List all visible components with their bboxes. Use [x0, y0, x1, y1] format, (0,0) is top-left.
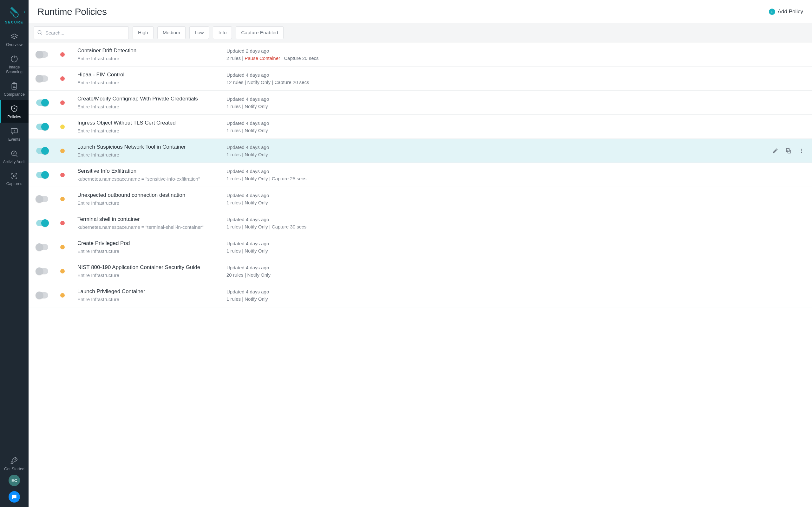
sidebar-item-events[interactable]: Events — [0, 123, 29, 145]
policy-list[interactable]: Container Drift DetectionEntire Infrastr… — [29, 43, 812, 507]
sidebar-item-policies[interactable]: Policies — [0, 100, 29, 123]
policy-row[interactable]: Hipaa - FIM ControlEntire Infrastructure… — [29, 66, 812, 91]
severity-indicator — [60, 76, 65, 81]
enable-toggle[interactable] — [36, 292, 48, 298]
policy-row[interactable]: Unexpected outbound connection destinati… — [29, 187, 812, 211]
add-policy-button[interactable]: + Add Policy — [769, 9, 803, 15]
sidebar-label: Compliance — [4, 92, 25, 97]
severity-indicator — [60, 269, 65, 274]
enable-toggle[interactable] — [36, 196, 48, 202]
filter-medium[interactable]: Medium — [157, 26, 186, 39]
policy-scope: Entire Infrastructure — [78, 104, 220, 109]
sidebar-nav: Overview Image Scanning Compliance Polic… — [0, 29, 29, 189]
sidebar-item-get-started[interactable]: Get Started — [3, 452, 26, 475]
policy-name: Sensitive Info Exfiltration — [78, 168, 220, 174]
enable-toggle[interactable] — [36, 268, 48, 274]
policy-updated: Updated 4 days ago — [226, 169, 763, 174]
policy-updated: Updated 4 days ago — [226, 265, 763, 270]
intercom-chat-button[interactable] — [9, 491, 20, 503]
severity-indicator — [60, 197, 65, 201]
policy-row[interactable]: Create Privileged PodEntire Infrastructu… — [29, 235, 812, 259]
search-wrap[interactable] — [34, 26, 129, 39]
capture-icon — [10, 172, 18, 180]
power-scan-icon — [10, 55, 19, 63]
enable-toggle[interactable] — [36, 100, 48, 106]
policy-name: Unexpected outbound connection destinati… — [78, 192, 220, 199]
policy-name: Launch Privileged Container — [78, 288, 220, 295]
enable-toggle[interactable] — [36, 148, 48, 154]
policy-scope: kubernetes.namespace.name = "terminal-sh… — [78, 224, 220, 230]
policy-details: 1 rules | Notify Only — [226, 104, 763, 109]
layers-icon — [10, 33, 19, 41]
enable-toggle[interactable] — [36, 220, 48, 226]
search-input[interactable] — [45, 30, 125, 36]
policy-row[interactable]: Launch Suspicious Network Tool in Contai… — [29, 139, 812, 163]
sidebar-item-captures[interactable]: Captures — [0, 168, 29, 189]
severity-indicator — [60, 149, 65, 153]
plus-icon: + — [769, 9, 775, 15]
page-title: Runtime Policies — [38, 6, 107, 17]
rocket-icon — [10, 456, 19, 465]
sidebar-item-overview[interactable]: Overview — [0, 29, 29, 50]
edit-icon[interactable] — [772, 148, 778, 154]
policy-updated: Updated 4 days ago — [226, 145, 763, 150]
policy-scope: Entire Infrastructure — [78, 273, 220, 278]
policy-details: 1 rules | Notify Only — [226, 248, 763, 253]
filter-label: Capture Enabled — [241, 30, 278, 36]
enable-toggle[interactable] — [36, 51, 48, 58]
svg-point-13 — [801, 152, 802, 153]
severity-indicator — [60, 124, 65, 129]
policy-details: 1 rules | Notify Only — [226, 200, 763, 205]
policy-details: 1 rules | Notify Only — [226, 152, 763, 157]
brand-label: SECURE — [5, 20, 23, 24]
filter-capture-enabled[interactable]: Capture Enabled — [236, 26, 283, 39]
policy-details: 20 rules | Notify Only — [226, 272, 763, 278]
filter-low[interactable]: Low — [189, 26, 209, 39]
filter-info[interactable]: Info — [213, 26, 232, 39]
svg-point-8 — [38, 31, 41, 34]
filter-label: Medium — [163, 30, 180, 36]
alert-chat-icon — [10, 127, 19, 135]
more-icon[interactable] — [799, 148, 804, 154]
policy-scope: Entire Infrastructure — [78, 200, 220, 206]
avatar[interactable]: EC — [9, 475, 20, 486]
policy-row[interactable]: Launch Privileged ContainerEntire Infras… — [29, 283, 812, 307]
sidebar-label: Activity Audit — [3, 160, 26, 164]
brand-expand-icon[interactable]: › — [24, 9, 26, 14]
policy-row[interactable]: Ingress Object Without TLS Cert CreatedE… — [29, 115, 812, 139]
sidebar-item-activity-audit[interactable]: Activity Audit — [0, 145, 29, 168]
enable-toggle[interactable] — [36, 124, 48, 130]
svg-point-12 — [801, 150, 802, 151]
shield-icon — [10, 105, 18, 113]
filter-high[interactable]: High — [133, 26, 154, 39]
clipboard-icon — [10, 82, 18, 90]
policy-updated: Updated 4 days ago — [226, 289, 763, 294]
copy-icon[interactable] — [785, 148, 792, 154]
sidebar-label: Overview — [6, 43, 22, 47]
policy-scope: Entire Infrastructure — [78, 297, 220, 302]
sidebar-item-image-scanning[interactable]: Image Scanning — [0, 50, 29, 78]
policy-updated: Updated 4 days ago — [226, 120, 763, 126]
policy-updated: Updated 4 days ago — [226, 96, 763, 102]
sidebar-label: Get Started — [4, 467, 24, 471]
enable-toggle[interactable] — [36, 244, 48, 250]
severity-indicator — [60, 221, 65, 225]
enable-toggle[interactable] — [36, 75, 48, 82]
policy-row[interactable]: Sensitive Info Exfiltrationkubernetes.na… — [29, 163, 812, 187]
policy-name: Create/Modify Configmap With Private Cre… — [78, 96, 220, 102]
page-header: Runtime Policies + Add Policy — [29, 0, 812, 23]
filter-label: Info — [218, 30, 226, 36]
severity-indicator — [60, 293, 65, 297]
policy-row[interactable]: Container Drift DetectionEntire Infrastr… — [29, 43, 812, 66]
brand[interactable]: › SECURE — [0, 0, 29, 29]
policy-row[interactable]: Terminal shell in containerkubernetes.na… — [29, 211, 812, 235]
avatar-initials: EC — [11, 478, 17, 483]
policy-details: 1 rules | Notify Only | Capture 25 secs — [226, 176, 763, 181]
policy-updated: Updated 4 days ago — [226, 241, 763, 246]
sidebar-item-compliance[interactable]: Compliance — [0, 78, 29, 100]
svg-point-11 — [801, 149, 802, 150]
policy-row[interactable]: NIST 800-190 Application Container Secur… — [29, 259, 812, 283]
policy-name: Container Drift Detection — [78, 48, 220, 54]
enable-toggle[interactable] — [36, 172, 48, 178]
policy-row[interactable]: Create/Modify Configmap With Private Cre… — [29, 91, 812, 115]
